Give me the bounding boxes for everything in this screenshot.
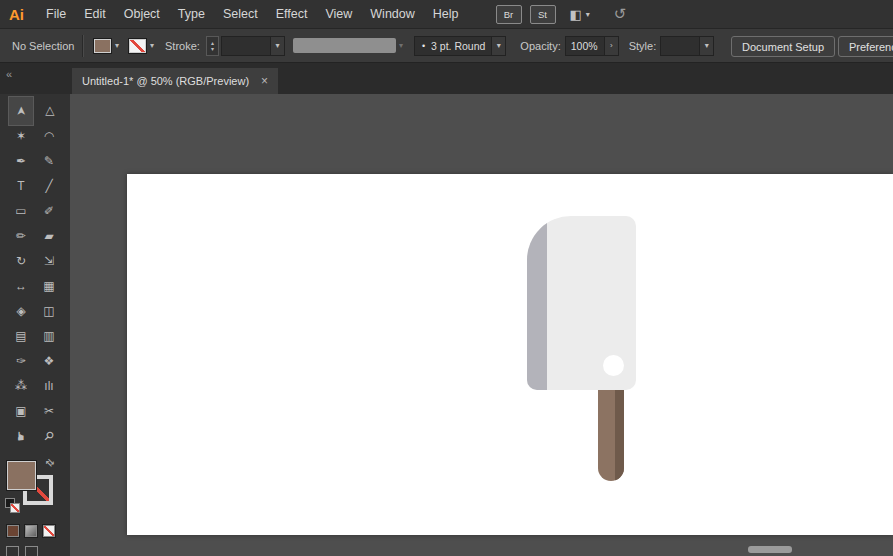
direct-selection-tool[interactable]: ▷ [37, 97, 61, 125]
width-profile-preview [293, 38, 396, 53]
chevron-down-icon[interactable]: ▾ [115, 41, 119, 50]
artboard-tool[interactable]: ▣ [7, 399, 35, 423]
column-graph-tool[interactable]: ılı [35, 374, 63, 398]
stroke-weight-combo[interactable]: ▾ [221, 36, 285, 56]
opacity-combo[interactable]: 100% › [565, 36, 619, 56]
fill-indicator[interactable] [6, 460, 37, 491]
horizontal-scrollbar[interactable] [748, 546, 792, 553]
tab-strip: « Untitled-1* @ 50% (RGB/Preview) × [0, 63, 893, 94]
chevron-right-icon[interactable]: › [604, 37, 618, 55]
fill-color-picker[interactable]: ▾ [93, 38, 119, 54]
close-icon[interactable]: × [261, 74, 268, 88]
menu-items: FileEditObjectTypeSelectEffectViewWindow… [37, 0, 468, 28]
chevron-down-icon[interactable]: ▾ [586, 10, 590, 19]
brush-definition-value: 3 pt. Round [425, 40, 491, 52]
lasso-tool[interactable]: ◠ [35, 124, 63, 148]
menu-item-view[interactable]: View [316, 0, 361, 28]
canvas[interactable] [70, 94, 893, 556]
stroke-weight-stepper[interactable]: ▴ ▾ [206, 36, 219, 56]
control-bar: No Selection ▾ ▾ Stroke: ▴ ▾ ▾ ▾ • 3 pt.… [0, 28, 893, 63]
drawing-mode-buttons [6, 546, 38, 556]
zoom-tool[interactable]: ⚲ [31, 418, 68, 455]
document-setup-button[interactable]: Document Setup [731, 36, 835, 57]
menu-item-select[interactable]: Select [214, 0, 267, 28]
menu-item-type[interactable]: Type [169, 0, 214, 28]
popsicle-stick-shape[interactable] [598, 390, 624, 481]
curvature-tool[interactable]: ✎ [35, 149, 63, 173]
color-mode-buttons [6, 524, 56, 538]
draw-mode-icon[interactable] [25, 546, 38, 556]
opacity-value: 100% [566, 40, 604, 52]
separator [82, 35, 84, 57]
preferences-button[interactable]: Preferences [838, 36, 893, 57]
color-button[interactable] [6, 524, 20, 538]
workspace-switcher-icon[interactable]: ◧ [570, 7, 582, 22]
menu-item-window[interactable]: Window [361, 0, 423, 28]
tools-panel: ➤▷✶◠✒✎T╱▭✐✏▰↻⇲↔▦◈◫▤▥✑❖⁂ılı▣✂☛⚲ ⇄ [0, 94, 70, 556]
perspective-grid-tool[interactable]: ◫ [35, 299, 63, 323]
default-fill-stroke-icon[interactable] [5, 498, 21, 514]
document-tab[interactable]: Untitled-1* @ 50% (RGB/Preview) × [72, 68, 278, 94]
gradient-tool[interactable]: ▥ [35, 324, 63, 348]
stepper-down-icon[interactable]: ▾ [211, 46, 214, 52]
eyedropper-tool[interactable]: ✑ [7, 349, 35, 373]
menu-bar: Ai FileEditObjectTypeSelectEffectViewWin… [0, 0, 893, 28]
fill-swatch[interactable] [93, 38, 112, 54]
style-label: Style: [629, 40, 657, 52]
popsicle-stick-shade[interactable] [615, 390, 624, 481]
none-button[interactable] [42, 524, 56, 538]
gradient-button[interactable] [24, 524, 38, 538]
opacity-label: Opacity: [520, 40, 560, 52]
chevron-down-icon[interactable]: ▾ [270, 37, 284, 55]
free-transform-tool[interactable]: ▦ [35, 274, 63, 298]
chevron-down-icon[interactable]: ▾ [491, 37, 505, 55]
collapse-panel-icon[interactable]: « [6, 68, 12, 80]
swap-fill-stroke-icon[interactable]: ⇄ [43, 456, 57, 470]
hand-tool[interactable]: ☛ [9, 422, 33, 450]
type-tool[interactable]: T [7, 174, 35, 198]
magic-wand-tool[interactable]: ✶ [7, 124, 35, 148]
stock-button[interactable]: St [530, 5, 556, 24]
bridge-button[interactable]: Br [496, 5, 522, 24]
stroke-swatch[interactable] [128, 38, 147, 54]
selection-status: No Selection [12, 40, 76, 52]
width-tool[interactable]: ↔ [7, 274, 35, 298]
illustrator-logo: Ai [9, 6, 24, 23]
style-combo[interactable]: ▾ [660, 36, 714, 56]
stroke-color-picker[interactable]: ▾ [128, 38, 154, 54]
symbol-sprayer-tool[interactable]: ⁂ [7, 374, 35, 398]
blend-tool[interactable]: ❖ [35, 349, 63, 373]
chevron-down-icon[interactable]: ▾ [699, 37, 713, 55]
menu-item-effect[interactable]: Effect [267, 0, 317, 28]
shape-builder-tool[interactable]: ◈ [7, 299, 35, 323]
popsicle-highlight-dot[interactable] [603, 355, 624, 376]
tool-grid: ➤▷✶◠✒✎T╱▭✐✏▰↻⇲↔▦◈◫▤▥✑❖⁂ılı▣✂☛⚲ [0, 94, 70, 448]
stroke-label: Stroke: [165, 40, 200, 52]
draw-mode-icon[interactable] [6, 546, 19, 556]
document-tab-title: Untitled-1* @ 50% (RGB/Preview) [82, 75, 249, 87]
paintbrush-tool[interactable]: ✐ [35, 199, 63, 223]
selection-tool[interactable]: ➤ [9, 97, 33, 125]
menu-item-help[interactable]: Help [424, 0, 468, 28]
brush-definition-combo[interactable]: • 3 pt. Round ▾ [414, 36, 506, 56]
chevron-down-icon[interactable]: ▾ [150, 41, 154, 50]
scale-tool[interactable]: ⇲ [35, 249, 63, 273]
pen-tool[interactable]: ✒ [7, 149, 35, 173]
pencil-tool[interactable]: ✏ [7, 224, 35, 248]
popsicle-shade-shape[interactable] [527, 216, 547, 390]
rotate-tool[interactable]: ↻ [7, 249, 35, 273]
menu-item-object[interactable]: Object [115, 0, 169, 28]
fill-stroke-indicator: ⇄ [6, 460, 64, 518]
menu-item-edit[interactable]: Edit [75, 0, 115, 28]
chevron-down-icon: ▾ [399, 41, 403, 50]
eraser-tool[interactable]: ▰ [35, 224, 63, 248]
menu-item-file[interactable]: File [37, 0, 75, 28]
rectangle-tool[interactable]: ▭ [7, 199, 35, 223]
brush-preview-dot: • [415, 41, 425, 51]
artboard[interactable] [127, 174, 893, 535]
gesture-icon[interactable]: ↺ [614, 5, 627, 23]
line-segment-tool[interactable]: ╱ [35, 174, 63, 198]
mesh-tool[interactable]: ▤ [7, 324, 35, 348]
